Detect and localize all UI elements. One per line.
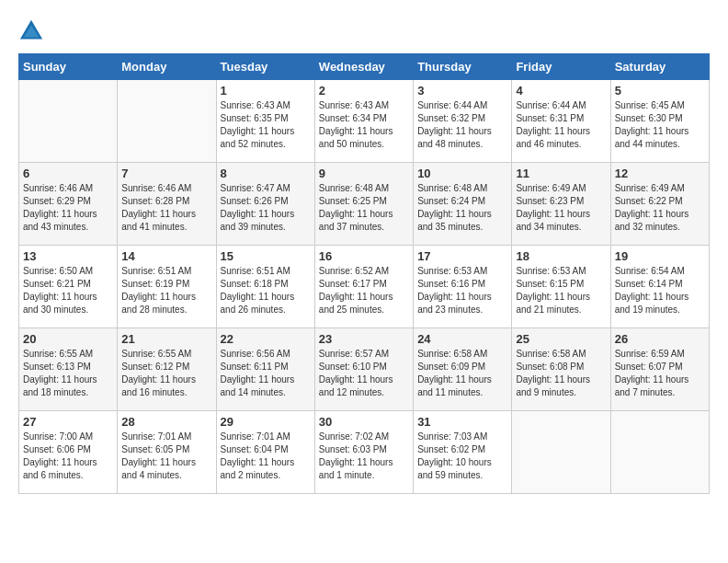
- calendar-cell: 1Sunrise: 6:43 AM Sunset: 6:35 PM Daylig…: [216, 80, 314, 163]
- header-tuesday: Tuesday: [216, 54, 314, 80]
- calendar-cell: 2Sunrise: 6:43 AM Sunset: 6:34 PM Daylig…: [314, 80, 413, 163]
- day-info: Sunrise: 6:55 AM Sunset: 6:13 PM Dayligh…: [23, 348, 113, 399]
- day-info: Sunrise: 6:53 AM Sunset: 6:15 PM Dayligh…: [516, 265, 606, 316]
- day-info: Sunrise: 6:48 AM Sunset: 6:24 PM Dayligh…: [417, 182, 507, 234]
- day-number: 1: [221, 84, 311, 98]
- day-info: Sunrise: 6:44 AM Sunset: 6:31 PM Dayligh…: [516, 99, 606, 151]
- calendar-cell: 17Sunrise: 6:53 AM Sunset: 6:16 PM Dayli…: [414, 246, 512, 328]
- calendar-cell: [610, 411, 709, 494]
- day-info: Sunrise: 6:58 AM Sunset: 6:09 PM Dayligh…: [417, 348, 507, 399]
- day-info: Sunrise: 6:45 AM Sunset: 6:30 PM Dayligh…: [615, 99, 705, 151]
- day-number: 23: [319, 332, 409, 346]
- calendar-cell: 11Sunrise: 6:49 AM Sunset: 6:23 PM Dayli…: [512, 163, 610, 246]
- calendar-cell: 20Sunrise: 6:55 AM Sunset: 6:13 PM Dayli…: [19, 328, 118, 411]
- day-info: Sunrise: 6:51 AM Sunset: 6:18 PM Dayligh…: [221, 265, 311, 316]
- week-row-1: 1Sunrise: 6:43 AM Sunset: 6:35 PM Daylig…: [19, 80, 710, 163]
- calendar-cell: 15Sunrise: 6:51 AM Sunset: 6:18 PM Dayli…: [216, 246, 314, 328]
- calendar-header: SundayMondayTuesdayWednesdayThursdayFrid…: [19, 54, 710, 80]
- calendar-cell: 19Sunrise: 6:54 AM Sunset: 6:14 PM Dayli…: [610, 246, 709, 328]
- day-info: Sunrise: 6:46 AM Sunset: 6:29 PM Dayligh…: [23, 182, 113, 234]
- calendar-cell: 4Sunrise: 6:44 AM Sunset: 6:31 PM Daylig…: [512, 80, 610, 163]
- day-number: 26: [615, 332, 705, 346]
- day-info: Sunrise: 6:56 AM Sunset: 6:11 PM Dayligh…: [221, 348, 311, 399]
- day-info: Sunrise: 7:01 AM Sunset: 6:05 PM Dayligh…: [121, 431, 211, 482]
- calendar-cell: 18Sunrise: 6:53 AM Sunset: 6:15 PM Dayli…: [512, 246, 610, 328]
- day-number: 10: [417, 167, 507, 180]
- day-info: Sunrise: 6:53 AM Sunset: 6:16 PM Dayligh…: [417, 265, 507, 316]
- day-number: 12: [615, 167, 705, 180]
- day-number: 2: [319, 84, 409, 98]
- day-number: 5: [615, 84, 705, 98]
- day-number: 11: [516, 167, 606, 180]
- day-number: 27: [23, 415, 113, 429]
- calendar-cell: 9Sunrise: 6:48 AM Sunset: 6:25 PM Daylig…: [314, 163, 413, 246]
- day-info: Sunrise: 6:48 AM Sunset: 6:25 PM Dayligh…: [319, 182, 409, 234]
- header-monday: Monday: [118, 54, 216, 80]
- week-row-3: 13Sunrise: 6:50 AM Sunset: 6:21 PM Dayli…: [19, 246, 710, 328]
- logo-icon: [18, 18, 44, 44]
- day-info: Sunrise: 6:47 AM Sunset: 6:26 PM Dayligh…: [221, 182, 311, 234]
- day-info: Sunrise: 7:01 AM Sunset: 6:04 PM Dayligh…: [221, 431, 311, 482]
- calendar-cell: 21Sunrise: 6:55 AM Sunset: 6:12 PM Dayli…: [118, 328, 216, 411]
- day-number: 28: [121, 415, 211, 429]
- day-number: 29: [221, 415, 311, 429]
- calendar-cell: 13Sunrise: 6:50 AM Sunset: 6:21 PM Dayli…: [19, 246, 118, 328]
- day-number: 30: [319, 415, 409, 429]
- day-number: 3: [417, 84, 507, 98]
- calendar-body: 1Sunrise: 6:43 AM Sunset: 6:35 PM Daylig…: [19, 80, 710, 494]
- day-number: 24: [417, 332, 507, 346]
- calendar-cell: 6Sunrise: 6:46 AM Sunset: 6:29 PM Daylig…: [19, 163, 118, 246]
- day-info: Sunrise: 6:58 AM Sunset: 6:08 PM Dayligh…: [516, 348, 606, 399]
- day-info: Sunrise: 7:02 AM Sunset: 6:03 PM Dayligh…: [319, 431, 409, 482]
- day-info: Sunrise: 6:43 AM Sunset: 6:34 PM Dayligh…: [319, 99, 409, 151]
- calendar-cell: 16Sunrise: 6:52 AM Sunset: 6:17 PM Dayli…: [314, 246, 413, 328]
- week-row-4: 20Sunrise: 6:55 AM Sunset: 6:13 PM Dayli…: [19, 328, 710, 411]
- header-sunday: Sunday: [19, 54, 118, 80]
- day-number: 31: [417, 415, 507, 429]
- calendar-cell: 7Sunrise: 6:46 AM Sunset: 6:28 PM Daylig…: [118, 163, 216, 246]
- day-number: 19: [615, 249, 705, 263]
- day-number: 8: [221, 167, 311, 180]
- calendar-cell: 3Sunrise: 6:44 AM Sunset: 6:32 PM Daylig…: [414, 80, 512, 163]
- day-number: 7: [121, 167, 211, 180]
- day-number: 4: [516, 84, 606, 98]
- day-info: Sunrise: 6:43 AM Sunset: 6:35 PM Dayligh…: [221, 99, 311, 151]
- day-info: Sunrise: 6:57 AM Sunset: 6:10 PM Dayligh…: [319, 348, 409, 399]
- day-info: Sunrise: 6:44 AM Sunset: 6:32 PM Dayligh…: [417, 99, 507, 151]
- calendar-cell: 14Sunrise: 6:51 AM Sunset: 6:19 PM Dayli…: [118, 246, 216, 328]
- calendar-cell: 27Sunrise: 7:00 AM Sunset: 6:06 PM Dayli…: [19, 411, 118, 494]
- day-number: 20: [23, 332, 113, 346]
- page-header: [18, 18, 710, 44]
- header-thursday: Thursday: [414, 54, 512, 80]
- day-info: Sunrise: 6:59 AM Sunset: 6:07 PM Dayligh…: [615, 348, 705, 399]
- calendar-cell: 26Sunrise: 6:59 AM Sunset: 6:07 PM Dayli…: [610, 328, 709, 411]
- calendar-cell: 5Sunrise: 6:45 AM Sunset: 6:30 PM Daylig…: [610, 80, 709, 163]
- calendar-cell: 23Sunrise: 6:57 AM Sunset: 6:10 PM Dayli…: [314, 328, 413, 411]
- calendar-cell: 10Sunrise: 6:48 AM Sunset: 6:24 PM Dayli…: [414, 163, 512, 246]
- day-info: Sunrise: 7:00 AM Sunset: 6:06 PM Dayligh…: [23, 431, 113, 482]
- day-info: Sunrise: 6:46 AM Sunset: 6:28 PM Dayligh…: [121, 182, 211, 234]
- calendar-cell: 8Sunrise: 6:47 AM Sunset: 6:26 PM Daylig…: [216, 163, 314, 246]
- day-info: Sunrise: 6:51 AM Sunset: 6:19 PM Dayligh…: [121, 265, 211, 316]
- calendar-cell: 30Sunrise: 7:02 AM Sunset: 6:03 PM Dayli…: [314, 411, 413, 494]
- day-number: 22: [221, 332, 311, 346]
- calendar-cell: 25Sunrise: 6:58 AM Sunset: 6:08 PM Dayli…: [512, 328, 610, 411]
- calendar-cell: 12Sunrise: 6:49 AM Sunset: 6:22 PM Dayli…: [610, 163, 709, 246]
- day-number: 21: [121, 332, 211, 346]
- calendar-cell: [512, 411, 610, 494]
- week-row-5: 27Sunrise: 7:00 AM Sunset: 6:06 PM Dayli…: [19, 411, 710, 494]
- calendar-cell: 22Sunrise: 6:56 AM Sunset: 6:11 PM Dayli…: [216, 328, 314, 411]
- header-row: SundayMondayTuesdayWednesdayThursdayFrid…: [19, 54, 710, 80]
- day-info: Sunrise: 6:50 AM Sunset: 6:21 PM Dayligh…: [23, 265, 113, 316]
- logo: [18, 18, 48, 44]
- calendar-cell: 24Sunrise: 6:58 AM Sunset: 6:09 PM Dayli…: [414, 328, 512, 411]
- day-info: Sunrise: 6:55 AM Sunset: 6:12 PM Dayligh…: [121, 348, 211, 399]
- day-number: 16: [319, 249, 409, 263]
- calendar-cell: [118, 80, 216, 163]
- header-wednesday: Wednesday: [314, 54, 413, 80]
- day-info: Sunrise: 6:52 AM Sunset: 6:17 PM Dayligh…: [319, 265, 409, 316]
- day-number: 14: [121, 249, 211, 263]
- calendar-cell: 31Sunrise: 7:03 AM Sunset: 6:02 PM Dayli…: [414, 411, 512, 494]
- day-number: 18: [516, 249, 606, 263]
- calendar-table: SundayMondayTuesdayWednesdayThursdayFrid…: [18, 53, 710, 494]
